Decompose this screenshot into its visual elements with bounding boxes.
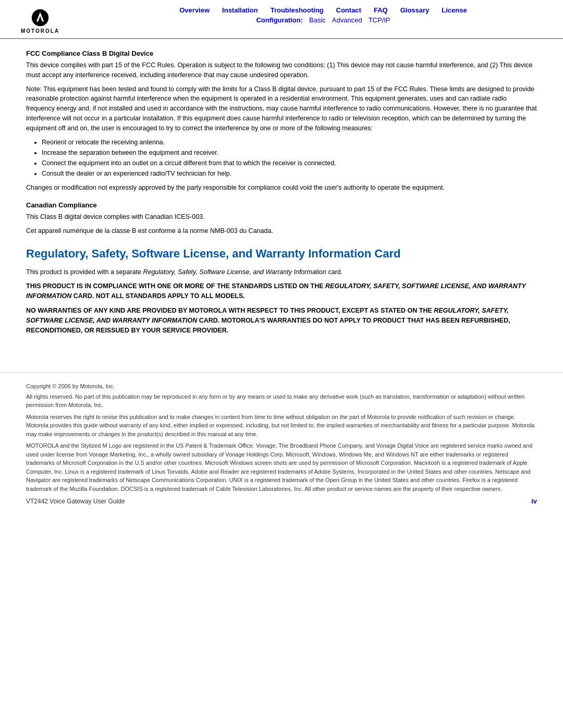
footer-page: iv (531, 497, 537, 505)
motorola-wordmark: MOTOROLA (21, 28, 59, 34)
fcc-para2: Note: This equipment has been tested and… (26, 84, 537, 133)
canadian-section: Canadian Compliance This Class B digital… (26, 201, 537, 236)
reg-para1-suffix: card. (326, 268, 342, 276)
fcc-para1: This device complies with part 15 of the… (26, 60, 537, 80)
logo-area: MOTOROLA (21, 6, 104, 34)
nav-primary-row: Overview Installation Troubleshooting Co… (179, 6, 467, 14)
footer-bottom: VT2442 Voice Gateway User Guide iv (26, 497, 537, 505)
reg-para3-italic: REGULATORY, SAFETY, SOFTWARE LICENSE, AN… (26, 307, 509, 324)
fcc-bullets: Reorient or relocate the receiving anten… (42, 137, 537, 179)
reg-para2-italic: REGULATORY, SAFETY, SOFTWARE LICENSE, AN… (26, 282, 526, 300)
canadian-para2: Cet appareil numérique de la classe B es… (26, 226, 537, 236)
nav-basic[interactable]: Basic (309, 16, 326, 24)
nav-faq[interactable]: FAQ (374, 6, 388, 14)
nav-glossary[interactable]: Glossary (400, 6, 430, 14)
canadian-heading: Canadian Compliance (26, 201, 537, 209)
nav-advanced[interactable]: Advanced (332, 16, 362, 24)
motorola-logo: MOTOROLA (21, 8, 59, 34)
page-header: MOTOROLA Overview Installation Troublesh… (0, 0, 563, 39)
regulatory-title: Regulatory, Safety, Software License, an… (26, 246, 537, 262)
nav-secondary-row: Configuration: Basic Advanced TCP/IP (256, 16, 390, 24)
reg-para1: This product is provided with a separate… (26, 267, 537, 277)
footer-legal3: MOTOROLA and the Stylized M Logo are reg… (26, 441, 537, 493)
main-content: FCC Compliance Class B Digital Device Th… (0, 39, 563, 351)
nav-installation[interactable]: Installation (222, 6, 258, 14)
nav-tcpip[interactable]: TCP/IP (369, 16, 390, 24)
footer-copyright: Copyright © 2006 by Motorola, Inc. (26, 383, 537, 389)
svg-point-0 (32, 9, 48, 26)
fcc-heading: FCC Compliance Class B Digital Device (26, 50, 537, 57)
motorola-m-icon (31, 8, 50, 27)
nav-overview[interactable]: Overview (179, 6, 210, 14)
nav-license[interactable]: License (442, 6, 467, 14)
list-item: Connect the equipment into an outlet on … (42, 158, 537, 168)
footer-legal2: Motorola reserves the right to revise th… (26, 413, 537, 439)
nav-contact[interactable]: Contact (336, 6, 361, 14)
footer-guide: VT2442 Voice Gateway User Guide (26, 498, 125, 505)
fcc-section: FCC Compliance Class B Digital Device Th… (26, 50, 537, 193)
list-item: Increase the separation between the equi… (42, 147, 537, 158)
nav-troubleshooting[interactable]: Troubleshooting (271, 6, 324, 14)
footer-legal1: All rights reserved. No part of this pub… (26, 392, 537, 410)
main-nav: Overview Installation Troubleshooting Co… (104, 6, 542, 24)
list-item: Consult the dealer or an experienced rad… (42, 168, 537, 179)
reg-para1-prefix: This product is provided with a separate (26, 268, 143, 276)
reg-para3: NO WARRANTIES OF ANY KIND ARE PROVIDED B… (26, 306, 537, 335)
page-footer: Copyright © 2006 by Motorola, Inc. All r… (0, 372, 563, 516)
config-label: Configuration: (256, 16, 303, 24)
reg-para1-italic: Regulatory, Safety, Software License, an… (143, 268, 326, 276)
reg-para2: THIS PRODUCT IS IN COMPLIANCE WITH ONE O… (26, 281, 537, 301)
fcc-para3: Changes or modification not expressly ap… (26, 183, 537, 193)
list-item: Reorient or relocate the receiving anten… (42, 137, 537, 147)
canadian-para1: This Class B digital device complies wit… (26, 212, 537, 222)
